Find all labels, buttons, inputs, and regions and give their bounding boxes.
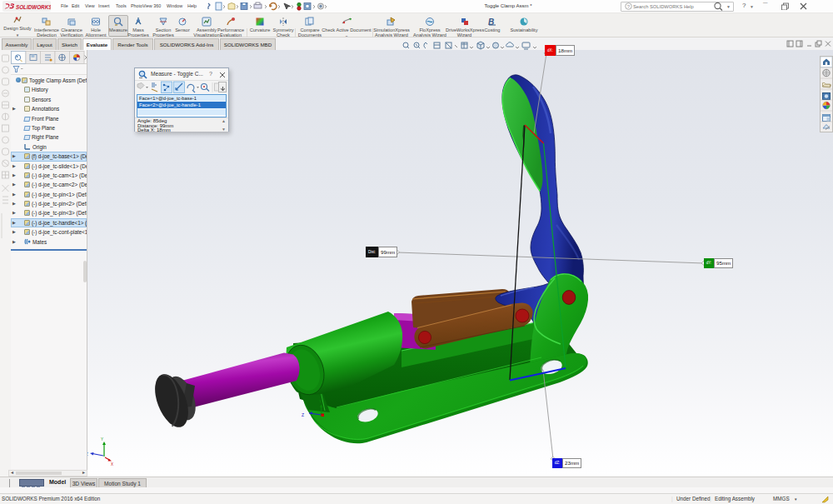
svg-text:?: ?	[627, 4, 631, 9]
svg-text:Y: Y	[101, 437, 103, 442]
svg-text:Z: Z	[87, 452, 88, 457]
svg-text:Z: Z	[302, 412, 304, 417]
svg-text:SOLIDWORKS: SOLIDWORKS	[16, 3, 51, 9]
svg-text:X: X	[111, 462, 113, 467]
